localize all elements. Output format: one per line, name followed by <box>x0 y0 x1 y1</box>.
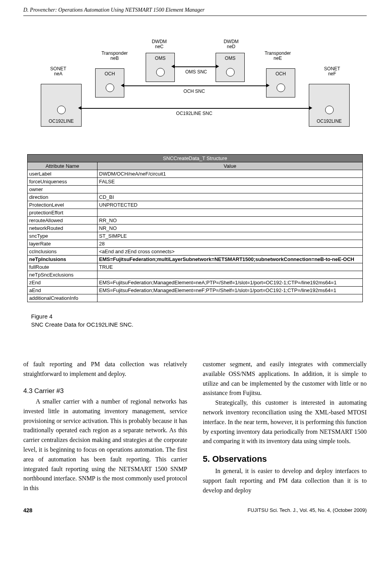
value-cell: FALSE <box>98 178 363 186</box>
transponder-e-label: TransponderneE <box>258 51 297 61</box>
snc-create-data-table: SNCCreateData_T Structure Attribute Name… <box>27 154 363 302</box>
arrow-right-icon <box>266 84 270 87</box>
attr-cell: networkRouted <box>28 224 98 232</box>
value-cell: <aEnd and zEnd cross connects> <box>98 248 363 256</box>
table-row: zEndEMS=FujitsuFederation;ManagedElement… <box>28 279 363 287</box>
arrow-right-icon <box>309 106 312 110</box>
arrow-left-icon <box>171 64 175 68</box>
arrow-left-icon <box>121 84 124 87</box>
value-cell: NR_NO <box>98 224 363 232</box>
attr-cell: zEnd <box>28 279 98 287</box>
attr-cell: layerRate <box>28 240 98 248</box>
port-icon <box>226 68 235 77</box>
arrow-right-icon <box>216 64 219 68</box>
table-row: rerouteAllowedRR_NO <box>28 217 363 224</box>
oc192-snc-line <box>82 108 309 109</box>
table-row: additionalCreationInfo <box>28 294 363 302</box>
value-cell: CD_BI <box>98 193 363 201</box>
table-row: sncTypeST_SIMPLE <box>28 232 363 240</box>
attr-cell: userLabel <box>28 170 98 178</box>
och-left-box: OCH <box>95 68 124 97</box>
left-column: of fault reporting and PM data collectio… <box>23 360 187 496</box>
value-cell <box>98 271 363 279</box>
table-row: userLabelDWDM/OCH/neA/neF/circuit1 <box>28 170 363 178</box>
port-icon <box>156 68 165 77</box>
heading-5: 5. Observations <box>203 452 367 466</box>
value-cell: 28 <box>98 240 363 248</box>
oc192-snc-label: OC192LINE SNC <box>169 111 219 116</box>
oc192-right-box: OC192LINE <box>309 84 350 127</box>
table-row: fullRouteTRUE <box>28 263 363 271</box>
value-cell <box>98 186 363 193</box>
value-cell: EMS=FujitsuFederation;multiLayerSubnetwo… <box>98 256 363 263</box>
oms-left-box: OMS <box>146 53 175 82</box>
transponder-b-label: TransponderneB <box>95 51 134 61</box>
right-column: customer segment, and easily integrates … <box>203 360 367 496</box>
value-cell <box>98 209 363 217</box>
attr-cell: ccInclusions <box>28 248 98 256</box>
value-cell: UNPROTECTED <box>98 201 363 209</box>
table-row: neTpInclusionsEMS=FujitsuFederation;mult… <box>28 256 363 263</box>
table-row: protectionEffort <box>28 209 363 217</box>
och-right-box: OCH <box>266 68 295 97</box>
value-cell <box>98 294 363 302</box>
value-cell: EMS=FujitsuFederation;ManagedElement=neA… <box>98 279 363 287</box>
journal-ref: FUJITSU Sci. Tech. J., Vol. 45, No. 4, (… <box>247 507 367 513</box>
value-cell: RR_NO <box>98 217 363 224</box>
table-row: aEndEMS=FujitsuFederation;ManagedElement… <box>28 287 363 294</box>
col-header-val: Value <box>98 162 363 170</box>
arrow-left-icon <box>78 106 82 110</box>
port-icon <box>57 106 66 114</box>
page-number: 428 <box>23 507 32 513</box>
port-icon <box>325 106 334 114</box>
table-row: ProtectionLevelUNPROTECTED <box>28 201 363 209</box>
value-cell: DWDM/OCH/neA/neF/circuit1 <box>98 170 363 178</box>
dwdm-d-label: DWDMneD <box>216 39 247 49</box>
table-row: neTpSncExclusions <box>28 271 363 279</box>
page-header: D. Provencher: Operations Automation Usi… <box>23 7 367 16</box>
oms-snc-line <box>175 66 216 67</box>
attr-cell: neTpSncExclusions <box>28 271 98 279</box>
value-cell: EMS=FujitsuFederation;ManagedElement=neF… <box>98 287 363 294</box>
och-snc-label: OCH SNC <box>177 89 212 94</box>
table-title: SNCCreateData_T Structure <box>28 155 363 162</box>
attr-cell: neTpInclusions <box>28 256 98 263</box>
table-row: layerRate28 <box>28 240 363 248</box>
attr-cell: ProtectionLevel <box>28 201 98 209</box>
port-icon <box>106 84 114 92</box>
subheading-4-3: 4.3 Carrier #3 <box>23 386 187 396</box>
paragraph: In general, it is easier to develop and … <box>203 466 367 495</box>
attr-cell: fullRoute <box>28 263 98 271</box>
table-row: owner <box>28 186 363 193</box>
value-cell: ST_SIMPLE <box>98 232 363 240</box>
paragraph: customer segment, and easily integrates … <box>203 360 367 398</box>
figure-4: DWDMneC DWDMneD TransponderneB Transpond… <box>27 39 363 329</box>
table-row: forceUniquenessFALSE <box>28 178 363 186</box>
paragraph: Strategically, this customer is interest… <box>203 398 367 446</box>
attr-cell: additionalCreationInfo <box>28 294 98 302</box>
attr-cell: rerouteAllowed <box>28 217 98 224</box>
table-row: directionCD_BI <box>28 193 363 201</box>
attr-cell: direction <box>28 193 98 201</box>
oms-snc-label: OMS SNC <box>179 70 214 75</box>
attr-cell: aEnd <box>28 287 98 294</box>
och-snc-line <box>124 85 266 86</box>
network-diagram: DWDMneC DWDMneD TransponderneB Transpond… <box>33 39 357 148</box>
value-cell: TRUE <box>98 263 363 271</box>
table-row: networkRoutedNR_NO <box>28 224 363 232</box>
figure-caption: Figure 4 SNC Create Data for OC192LINE S… <box>31 312 363 329</box>
paragraph: A smaller carrier with a number of regio… <box>23 397 187 493</box>
table-row: ccInclusions<aEnd and zEnd cross connect… <box>28 248 363 256</box>
oc192-left-box: OC192LINE <box>41 84 82 127</box>
attr-cell: protectionEffort <box>28 209 98 217</box>
dwdm-c-label: DWDMneC <box>144 39 175 49</box>
attr-cell: sncType <box>28 232 98 240</box>
attr-cell: forceUniqueness <box>28 178 98 186</box>
page-footer: 428 FUJITSU Sci. Tech. J., Vol. 45, No. … <box>23 507 367 513</box>
col-header-attr: Attribute Name <box>28 162 98 170</box>
sonet-f-label: SONETneF <box>319 66 346 77</box>
sonet-a-label: SONETneA <box>45 66 72 77</box>
oms-right-box: OMS <box>216 53 245 82</box>
paragraph: of fault reporting and PM data collectio… <box>23 360 187 379</box>
body-text: of fault reporting and PM data collectio… <box>23 360 367 496</box>
